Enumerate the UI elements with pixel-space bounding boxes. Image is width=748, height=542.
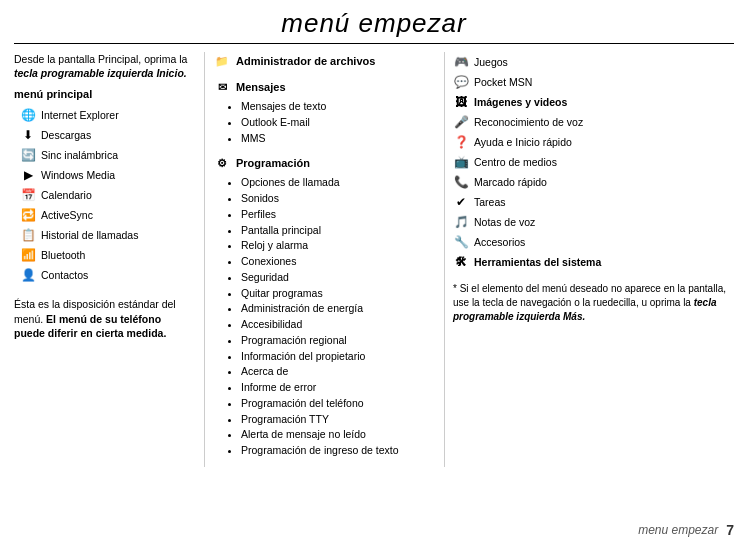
right-icon: 🎤 xyxy=(453,114,469,130)
right-item-label: Pocket MSN xyxy=(474,76,532,88)
menu-icon: ▶ xyxy=(20,167,36,183)
right-icon: 🔧 xyxy=(453,234,469,250)
right-icon: 🖼 xyxy=(453,94,469,110)
list-item: Seguridad xyxy=(241,270,436,286)
intro-text: Desde la pantalla Principal, oprima la t… xyxy=(14,52,194,80)
right-icon: 💬 xyxy=(453,74,469,90)
menu-item-label: Windows Media xyxy=(41,169,115,181)
list-item: Programación regional xyxy=(241,333,436,349)
menu-principal-label: menú principal xyxy=(14,88,194,100)
sub-list: Mensajes de textoOutlook E-mailMMS xyxy=(213,99,436,146)
page-title: menú empezar xyxy=(14,8,734,44)
list-item: ✔Tareas xyxy=(453,192,734,212)
right-column: 🎮Juegos💬Pocket MSN🖼Imágenes y videos🎤Rec… xyxy=(444,52,734,467)
list-item: Opciones de llamada xyxy=(241,175,436,191)
list-item: 📋Historial de llamadas xyxy=(14,225,194,245)
list-item: 🌐Internet Explorer xyxy=(14,105,194,125)
menu-item-label: ActiveSync xyxy=(41,209,93,221)
list-item: 🔄Sinc inalámbrica xyxy=(14,145,194,165)
list-item: Perfiles xyxy=(241,207,436,223)
section-icon: 📁 xyxy=(213,52,231,70)
list-item: 🖼Imágenes y videos xyxy=(453,92,734,112)
menu-icon: 📅 xyxy=(20,187,36,203)
right-item-label: Herramientas del sistema xyxy=(474,256,601,268)
menu-item-label: Descargas xyxy=(41,129,91,141)
list-item: Sonidos xyxy=(241,191,436,207)
right-item-label: Accesorios xyxy=(474,236,525,248)
content-area: Desde la pantalla Principal, oprima la t… xyxy=(14,52,734,467)
left-column: Desde la pantalla Principal, oprima la t… xyxy=(14,52,204,467)
list-item: 🎤Reconocimiento de voz xyxy=(453,112,734,132)
list-item: 📞Marcado rápido xyxy=(453,172,734,192)
right-icon: 📞 xyxy=(453,174,469,190)
list-item: 📺Centro de medios xyxy=(453,152,734,172)
list-item: Informe de error xyxy=(241,380,436,396)
section-title: Administrador de archivos xyxy=(236,55,375,67)
right-item-label: Centro de medios xyxy=(474,156,557,168)
right-icon: 🎵 xyxy=(453,214,469,230)
menu-item-label: Bluetooth xyxy=(41,249,85,261)
right-item-label: Notas de voz xyxy=(474,216,535,228)
footer: menu empezar 7 xyxy=(638,522,734,538)
right-item-label: Ayuda e Inicio rápido xyxy=(474,136,572,148)
section-header: 📁Administrador de archivos xyxy=(213,52,436,70)
list-item: Programación TTY xyxy=(241,412,436,428)
sub-list: Opciones de llamadaSonidosPerfilesPantal… xyxy=(213,175,436,459)
list-item: Programación de ingreso de texto xyxy=(241,443,436,459)
mid-section: ✉MensajesMensajes de textoOutlook E-mail… xyxy=(213,78,436,146)
list-item: 🎵Notas de voz xyxy=(453,212,734,232)
page: menú empezar Desde la pantalla Principal… xyxy=(0,0,748,542)
section-title: Mensajes xyxy=(236,81,286,93)
menu-icon: 📶 xyxy=(20,247,36,263)
menu-item-label: Sinc inalámbrica xyxy=(41,149,118,161)
section-icon: ✉ xyxy=(213,78,231,96)
section-title: Programación xyxy=(236,157,310,169)
list-item: ❓Ayuda e Inicio rápido xyxy=(453,132,734,152)
right-icon: 🎮 xyxy=(453,54,469,70)
right-icon: 📺 xyxy=(453,154,469,170)
list-item: 🔧Accesorios xyxy=(453,232,734,252)
mid-section: ⚙ProgramaciónOpciones de llamadaSonidosP… xyxy=(213,154,436,459)
note-text: * Si el elemento del menú deseado no apa… xyxy=(453,282,734,324)
list-item: MMS xyxy=(241,131,436,147)
list-item: Reloj y alarma xyxy=(241,238,436,254)
menu-icon: 🔁 xyxy=(20,207,36,223)
menu-icon: ⬇ xyxy=(20,127,36,143)
menu-icon: 👤 xyxy=(20,267,36,283)
right-item-label: Tareas xyxy=(474,196,506,208)
right-icon: ❓ xyxy=(453,134,469,150)
menu-item-label: Calendario xyxy=(41,189,92,201)
right-item-label: Imágenes y videos xyxy=(474,96,567,108)
list-item: 📅Calendario xyxy=(14,185,194,205)
middle-column: 📁Administrador de archivos✉MensajesMensa… xyxy=(204,52,444,467)
footer-number: 7 xyxy=(726,522,734,538)
list-item: 🎮Juegos xyxy=(453,52,734,72)
intro-bold: tecla programable izquierda Inicio. xyxy=(14,67,187,79)
note-normal: * Si el elemento del menú deseado no apa… xyxy=(453,283,726,308)
section-header: ⚙Programación xyxy=(213,154,436,172)
list-item: 💬Pocket MSN xyxy=(453,72,734,92)
menu-list: 🌐Internet Explorer⬇Descargas🔄Sinc inalám… xyxy=(14,105,194,285)
mid-section: 📁Administrador de archivos xyxy=(213,52,436,70)
list-item: 🔁ActiveSync xyxy=(14,205,194,225)
footer-label: menu empezar xyxy=(638,523,718,537)
list-item: Pantalla principal xyxy=(241,223,436,239)
list-item: Acerca de xyxy=(241,364,436,380)
list-item: Mensajes de texto xyxy=(241,99,436,115)
list-item: Conexiones xyxy=(241,254,436,270)
menu-icon: 🌐 xyxy=(20,107,36,123)
menu-item-label: Internet Explorer xyxy=(41,109,119,121)
section-header: ✉Mensajes xyxy=(213,78,436,96)
right-icon: 🛠 xyxy=(453,254,469,270)
list-item: Outlook E-mail xyxy=(241,115,436,131)
right-item-label: Juegos xyxy=(474,56,508,68)
list-item: 🛠Herramientas del sistema xyxy=(453,252,734,272)
menu-item-label: Contactos xyxy=(41,269,88,281)
menu-icon: 🔄 xyxy=(20,147,36,163)
list-item: ▶Windows Media xyxy=(14,165,194,185)
list-item: 👤Contactos xyxy=(14,265,194,285)
list-item: 📶Bluetooth xyxy=(14,245,194,265)
menu-item-label: Historial de llamadas xyxy=(41,229,138,241)
right-item-label: Reconocimiento de voz xyxy=(474,116,583,128)
list-item: Administración de energía xyxy=(241,301,436,317)
